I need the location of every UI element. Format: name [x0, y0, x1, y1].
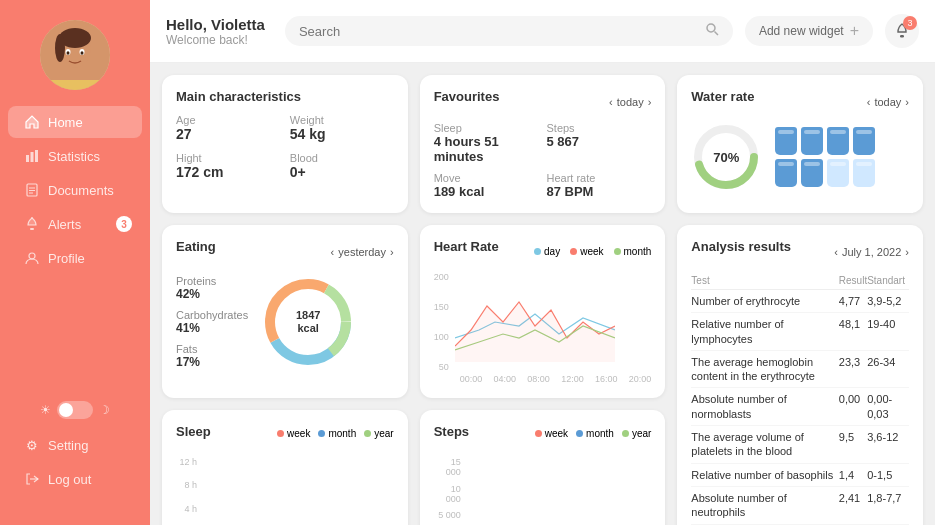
sidebar-item-setting[interactable]: ⚙ Setting — [8, 429, 142, 461]
water-cup-1 — [775, 127, 797, 155]
sidebar-item-home[interactable]: Home — [8, 106, 142, 138]
notification-badge: 3 — [903, 16, 917, 30]
chart-area: 20015010050 — [434, 272, 652, 372]
documents-icon — [24, 182, 40, 198]
water-cup-3 — [827, 127, 849, 155]
eating-nav[interactable]: ‹ yesterday › — [331, 246, 394, 258]
notification-button[interactable]: 3 — [885, 14, 919, 48]
eating-legend: Proteins 42% Carbohydrates 41% Fats 17% — [176, 275, 248, 369]
header-greeting: Hello, Violetta Welcome back! — [166, 16, 265, 47]
fav-item-sleep: Sleep 4 hours 51 minutes — [434, 122, 539, 164]
char-item-height: Hight 172 cm — [176, 152, 280, 180]
water-nav[interactable]: ‹ today › — [867, 96, 909, 108]
svg-point-19 — [29, 253, 35, 259]
water-cup-2 — [801, 127, 823, 155]
svg-rect-18 — [30, 228, 34, 230]
sleep-legend-month: month — [318, 428, 356, 439]
sidebar-item-statistics[interactable]: Statistics — [8, 140, 142, 172]
favourites-title: Favourites — [434, 89, 500, 104]
heart-rate-title: Heart Rate — [434, 239, 499, 254]
steps-chart-area: 15 00010 0005 0000 — [434, 457, 652, 525]
sidebar-item-documents-label: Documents — [48, 183, 114, 198]
characteristics-grid: Age 27 Weight 54 kg Hight 172 cm Blood 0… — [176, 114, 394, 180]
steps-legend-month: month — [576, 428, 614, 439]
nav-today-label: today — [617, 96, 644, 108]
setting-icon: ⚙ — [24, 437, 40, 453]
heart-rate-legend: day week month — [534, 246, 651, 257]
water-nav-label: today — [874, 96, 901, 108]
legend-proteins: Proteins 42% — [176, 275, 248, 301]
add-widget-button[interactable]: Add new widget + — [745, 16, 873, 46]
sidebar: Home Statistics Documents — [0, 0, 150, 525]
content-grid: Main characteristics Age 27 Weight 54 kg… — [150, 63, 935, 525]
svg-point-21 — [707, 24, 715, 32]
chevron-left-icon: ‹ — [609, 96, 613, 108]
chevron-right-icon: › — [905, 96, 909, 108]
steps-title: Steps — [434, 424, 469, 439]
svg-point-4 — [55, 34, 65, 62]
svg-rect-9 — [50, 80, 100, 90]
logout-icon — [24, 471, 40, 487]
svg-rect-23 — [900, 35, 904, 38]
add-widget-label: Add new widget — [759, 24, 844, 38]
statistics-icon — [24, 148, 40, 164]
table-row: Absolute number of normoblasts0,000,00-0… — [691, 388, 909, 426]
x-axis-labels: 00:0004:0008:0012:0016:0020:00 — [434, 374, 652, 384]
theme-toggle-track[interactable] — [57, 401, 93, 419]
table-row: Number of erythrocyte4,773,9-5,2 — [691, 290, 909, 313]
main-characteristics-title: Main characteristics — [176, 89, 394, 104]
water-cup-6 — [801, 159, 823, 187]
sidebar-item-profile[interactable]: Profile — [8, 242, 142, 274]
table-row: The average hemoglobin content in the er… — [691, 350, 909, 388]
search-bar — [285, 16, 733, 46]
eating-title: Eating — [176, 239, 216, 254]
home-icon — [24, 114, 40, 130]
table-row: Relative number of lymphocytes48,119-40 — [691, 313, 909, 351]
theme-toggle: ☀ ☽ — [0, 393, 150, 427]
sidebar-item-home-label: Home — [48, 115, 83, 130]
sleep-chart-area: 12 h8 h4 h0 h — [176, 457, 394, 525]
chevron-left-icon: ‹ — [331, 246, 335, 258]
nav-items: Home Statistics Documents — [0, 106, 150, 393]
sleep-bars — [204, 457, 394, 525]
eating-header: Eating ‹ yesterday › — [176, 239, 394, 264]
water-cup-8 — [853, 159, 875, 187]
fav-item-heartrate: Heart rate 87 BPM — [546, 172, 651, 199]
steps-legend: week month year — [535, 428, 652, 439]
analysis-header: Analysis results ‹ July 1, 2022 › — [691, 239, 909, 264]
sidebar-item-logout[interactable]: Log out — [8, 463, 142, 495]
svg-rect-12 — [35, 150, 38, 162]
sidebar-item-alerts[interactable]: Alerts 3 — [8, 208, 142, 240]
profile-icon — [24, 250, 40, 266]
avatar — [40, 20, 110, 90]
sidebar-item-setting-label: Setting — [48, 438, 88, 453]
analysis-nav[interactable]: ‹ July 1, 2022 › — [834, 246, 909, 258]
moon-icon: ☽ — [99, 403, 110, 417]
water-content: 70% — [691, 122, 909, 192]
chevron-left-icon: ‹ — [834, 246, 838, 258]
water-cup-7 — [827, 159, 849, 187]
steps-y-axis: 15 00010 0005 0000 — [434, 457, 464, 525]
sleep-legend-year: year — [364, 428, 393, 439]
svg-rect-11 — [31, 152, 34, 162]
search-input[interactable] — [299, 24, 697, 39]
favourites-nav[interactable]: ‹ today › — [609, 96, 651, 108]
sleep-legend: week month year — [277, 428, 394, 439]
header: Hello, Violetta Welcome back! Add new wi… — [150, 0, 935, 63]
eating-content: Proteins 42% Carbohydrates 41% Fats 17% — [176, 272, 394, 372]
sidebar-item-documents[interactable]: Documents — [8, 174, 142, 206]
col-standard: Standart — [867, 272, 909, 290]
legend-week: week — [570, 246, 603, 257]
chevron-right-icon: › — [648, 96, 652, 108]
sidebar-bottom: ☀ ☽ ⚙ Setting Log out — [0, 393, 150, 505]
eating-donut-chart: 1847kcal — [258, 272, 358, 372]
table-row: Relative number of basophils1,40-1,5 — [691, 463, 909, 486]
water-cup-4 — [853, 127, 875, 155]
table-row: The average volume of platelets in the b… — [691, 426, 909, 464]
svg-point-8 — [81, 51, 84, 55]
chevron-left-icon: ‹ — [867, 96, 871, 108]
water-cups — [775, 127, 875, 187]
col-test: Test — [691, 272, 838, 290]
heart-rate-svg — [455, 272, 615, 372]
sleep-card: Sleep week month year 12 h8 h4 h0 h SunM… — [162, 410, 408, 525]
